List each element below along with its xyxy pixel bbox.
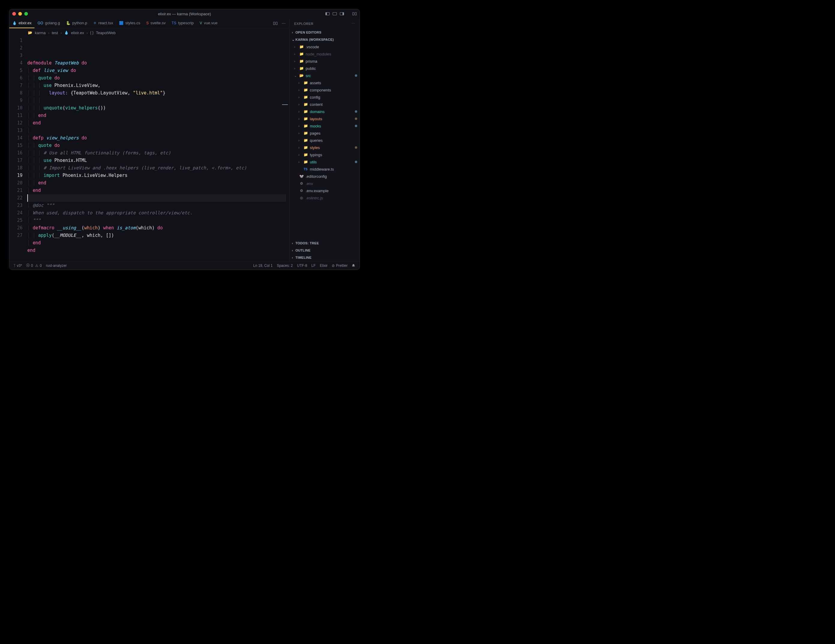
code-line[interactable]: │ """ [27,217,286,224]
code-line[interactable]: │ │ end [27,179,286,187]
breadcrumb-label[interactable]: elixir.ex [71,31,84,35]
tab-golangg[interactable]: GOgolang.g [34,18,63,28]
tree-item-assets[interactable]: ›📁assets [289,79,360,86]
tree-item-eslintrcjs[interactable]: ◎.eslintrc.js [289,194,360,201]
tab-label: typescrip [178,21,194,25]
tree-item-content[interactable]: ›📁content [289,101,360,108]
bell-icon[interactable]: 🔔︎ [352,264,356,268]
tree-item-envexample[interactable]: ⚙.env.example [289,187,360,194]
panel-bottom-icon[interactable] [333,12,337,15]
line-number: 1 [9,37,23,44]
code-line[interactable] [27,254,286,262]
encoding[interactable]: UTF-8 [297,264,307,268]
tree-item-src[interactable]: ⌄📂src [289,72,360,79]
more-icon[interactable]: ⋯ [351,21,355,26]
tab-elixirex[interactable]: 💧elixir.ex [9,18,34,28]
code-line[interactable]: │ def live_view do [27,67,286,75]
section-outline[interactable]: ›OUTLINE [289,247,360,254]
code-line[interactable]: │ │ quote do [27,75,286,82]
code-line[interactable]: │ │ apply(__MODULE__, which, []) [27,232,286,239]
cursor-pos[interactable]: Ln 19, Col 1 [253,264,273,268]
section-timeline[interactable]: ›TIMELINE [289,254,360,261]
editor[interactable]: 1234567891011121314151617181920212223242… [9,37,289,261]
code-line[interactable]: │ │ │ unquote(view_helpers()) [27,104,286,112]
tree-item-middlewarets[interactable]: TSmiddleware.ts [289,165,360,173]
code-line[interactable]: │ end [27,239,286,247]
tab-typescrip[interactable]: TStypescrip [169,18,197,28]
split-editor-icon[interactable] [273,22,278,25]
minimize-icon[interactable] [18,12,22,16]
code-line[interactable]: │ defmacro __using__(which) when is_atom… [27,224,286,232]
code-line[interactable]: │ │ │ layout: {TeapotWeb.LayoutView, "li… [27,89,286,97]
code-line[interactable]: │ │ │ import Phoenix.LiveView.Helpers [27,172,286,179]
line-number: 5 [9,67,23,75]
breadcrumb-label[interactable]: test [52,31,58,35]
code-area[interactable]: defmodule TeapotWeb do│ def live_view do… [27,37,289,261]
tree-item-label: utils [310,160,317,164]
file-icon: ⚙ [299,182,304,186]
statusbar: ᛘ v3* ⓧ 0 ⚠ 0 rust-analyzer Ln 19, Col 1… [9,261,360,269]
section-open-editors[interactable]: ›OPEN EDITORS [289,29,360,36]
code-line[interactable] [27,194,286,202]
section-workspace[interactable]: ⌄KARMA (WORKSPACE) [289,36,360,43]
code-line[interactable]: │ │ │ # Use all HTML functionality (form… [27,149,286,157]
tree-item-layouts[interactable]: ›📁layouts [289,115,360,122]
code-line[interactable]: │ end [27,119,286,127]
tree-item-label: queries [310,138,323,143]
code-line[interactable]: defmodule TeapotWeb do [27,59,286,67]
git-branch[interactable]: ᛘ v3* [13,264,22,268]
tree-item-components[interactable]: ›📁components [289,86,360,94]
tree-item-config[interactable]: ›📁config [289,94,360,101]
tree-item-env[interactable]: ⚙.env [289,180,360,187]
tree-item-queries[interactable]: ›📁queries [289,137,360,144]
tab-pythonp[interactable]: 🐍python.p [63,18,90,28]
layout-icon[interactable] [353,12,357,15]
code-line[interactable]: │ │ │ [27,97,286,104]
tree-item-prisma[interactable]: ›📁prisma [289,58,360,65]
panel-right-icon[interactable] [340,12,344,15]
code-line[interactable]: │ When used, dispatch to the appropriate… [27,209,286,217]
tree-item-utils[interactable]: ›📁utils [289,158,360,165]
breadcrumb-label[interactable]: karma [35,31,45,35]
code-line[interactable]: │ │ │ # Import LiveView and .heex helper… [27,164,286,172]
tree-item-public[interactable]: ›📁public [289,65,360,72]
code-line[interactable]: │ defp view_helpers do [27,134,286,142]
formatter[interactable]: ⊘ Prettier [332,264,348,268]
panel-left-icon[interactable] [325,12,330,15]
code-line[interactable]: │ @doc """ [27,202,286,209]
section-todos[interactable]: ›TODOS: TREE [289,240,360,247]
code-line[interactable]: │ │ │ use Phoenix.LiveView, [27,82,286,89]
breadcrumb-label[interactable]: TeapotWeb [96,31,116,35]
tree-item-domains[interactable]: ›📁domains [289,108,360,115]
tab-sveltesv[interactable]: Ssvelte.sv [143,18,169,28]
problems[interactable]: ⓧ 0 ⚠ 0 [26,263,42,268]
close-icon[interactable] [12,12,16,16]
tab-stylescs[interactable]: 🟦styles.cs [116,18,143,28]
lsp-status[interactable]: rust-analyzer [46,264,67,268]
tab-vuevue[interactable]: Vvue.vue [197,18,221,28]
tree-item-vscode[interactable]: ›📁.vscode [289,43,360,50]
tree-item-mocks[interactable]: ›📁mocks [289,122,360,130]
tab-reacttsx[interactable]: ⚛react.tsx [90,18,116,28]
tree-item-node_modules[interactable]: ›📁node_modules [289,50,360,58]
eol[interactable]: LF [311,264,315,268]
code-line[interactable]: │ end [27,187,286,194]
tree-item-typings[interactable]: ›📁typings [289,151,360,158]
file-icon: 📁 [299,59,304,63]
tree-item-editorconfig[interactable]: 🐭.editorconfig [289,173,360,180]
code-line[interactable]: │ │ quote do [27,142,286,149]
indent[interactable]: Spaces: 2 [277,264,293,268]
tree-item-styles[interactable]: ›📁styles [289,144,360,151]
maximize-icon[interactable] [24,12,28,16]
file-icon: S [146,21,149,25]
titlebar: elixir.ex — karma (Workspace) [9,9,360,18]
code-line[interactable]: │ [27,127,286,134]
gutter: 1234567891011121314151617181920212223242… [9,37,27,261]
breadcrumbs[interactable]: 📂karma›test›💧elixir.ex›{ }TeapotWeb [9,29,289,37]
language-mode[interactable]: Elixir [320,264,328,268]
more-icon[interactable]: ⋯ [282,21,286,26]
tree-item-pages[interactable]: ›📁pages [289,130,360,137]
code-line[interactable]: end [27,247,286,254]
code-line[interactable]: │ │ end [27,112,286,119]
code-line[interactable]: │ │ │ use Phoenix.HTML [27,157,286,164]
